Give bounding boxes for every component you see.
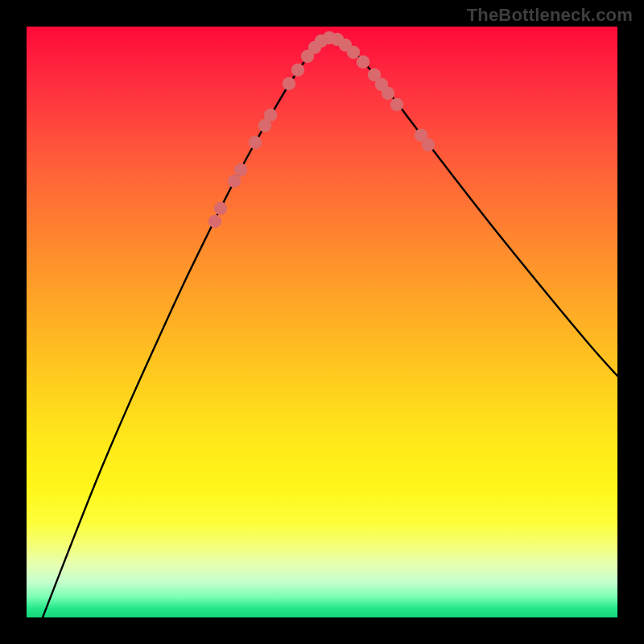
watermark-text: TheBottleneck.com <box>467 5 633 26</box>
curve-marker <box>390 98 403 111</box>
curve-marker <box>291 64 304 76</box>
curve-markers <box>208 31 435 228</box>
curve-marker <box>228 175 241 188</box>
curve-marker <box>382 87 394 100</box>
curve-marker <box>283 77 295 90</box>
curve-marker <box>347 46 360 59</box>
chart-frame: TheBottleneck.com <box>0 0 644 644</box>
curve-marker <box>249 136 262 149</box>
curve-marker <box>422 138 435 151</box>
chart-plot-area <box>27 27 617 617</box>
curve-marker <box>214 202 227 215</box>
chart-svg <box>27 27 617 617</box>
curve-marker <box>208 215 221 228</box>
curve-marker <box>357 56 369 68</box>
bottleneck-curve-line <box>43 37 617 617</box>
curve-marker <box>264 109 277 122</box>
curve-marker <box>234 163 247 176</box>
